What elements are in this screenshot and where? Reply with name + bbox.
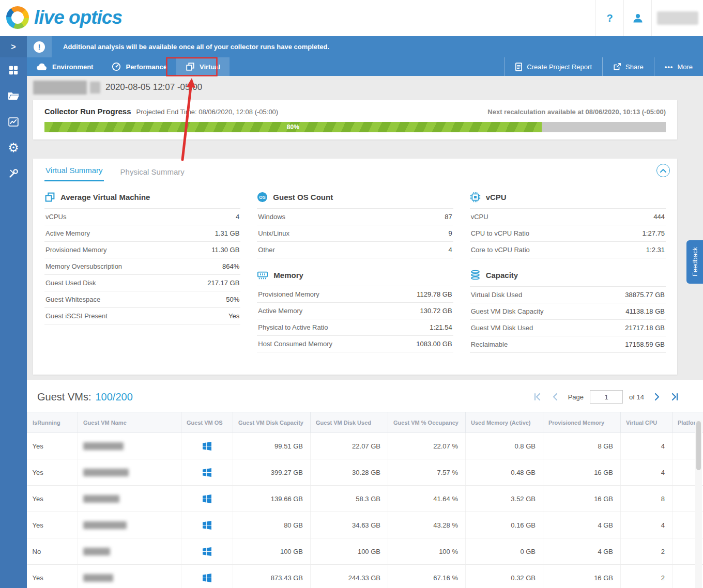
summary-col-guest-os-memory: OS Guest OS Count Windows87Unix/Linux9Ot… <box>257 187 453 353</box>
stat-row: Active Memory130.72 GB <box>257 303 453 319</box>
dashboard-grid-icon <box>8 65 19 75</box>
vm-os-cell <box>181 459 233 486</box>
col-provisioned-memory[interactable]: Provisioned Memory <box>543 412 621 433</box>
used-memory-cell: 0.48 GB <box>466 459 543 486</box>
table-scrollbar[interactable] <box>695 420 702 588</box>
virtual-cpu-cell: 4 <box>621 433 673 459</box>
project-title-row: 2020-08-05 12:07 -05:00 <box>33 78 703 97</box>
more-button[interactable]: ••• More <box>654 57 703 76</box>
scrollbar-thumb[interactable] <box>696 421 701 470</box>
tab-environment[interactable]: Environment <box>27 57 102 76</box>
section-title: Guest OS Count <box>273 193 333 202</box>
stat-row: Core to vCPU Ratio1:2.31 <box>470 242 666 258</box>
first-page-button[interactable] <box>531 391 543 403</box>
nav-actions: Create Project Report Share ••• More <box>504 57 703 76</box>
stat-label: Host Consumed Memory <box>258 340 332 348</box>
virtual-cpu-cell: 2 <box>621 538 673 565</box>
account-button[interactable] <box>623 0 651 36</box>
stat-row: Memory Oversubscription864% <box>44 258 240 275</box>
collapse-summary-button[interactable] <box>656 164 670 177</box>
col-virtual-cpu[interactable]: Virtual CPU <box>621 412 673 433</box>
exclamation-icon: ! <box>34 41 45 53</box>
report-icon <box>515 63 523 71</box>
tab-virtual-summary[interactable]: Virtual Summary <box>44 160 104 181</box>
stat-value: 4 <box>448 246 452 254</box>
live-optics-logo[interactable]: live optics <box>6 6 122 29</box>
col-disk-capacity[interactable]: Guest VM Disk Capacity <box>233 412 311 433</box>
redacted-vm-name <box>83 442 124 450</box>
windows-icon <box>203 574 211 582</box>
guest-vms-title: Guest VMs: <box>37 391 91 403</box>
guest-vms-count[interactable]: 100/200 <box>95 391 132 403</box>
tab-virtual[interactable]: Virtual <box>176 57 230 76</box>
progress-percent-label: 80% <box>287 123 299 131</box>
help-button[interactable]: ? <box>595 0 623 36</box>
guest-vm-row[interactable]: Yes80 GB34.63 GB43.28 %0.16 GB4 GB4 <box>27 512 703 538</box>
virtual-cpu-cell: 4 <box>621 512 673 538</box>
main-nav: Environment Performance Virtual <box>27 57 703 76</box>
col-vm-os[interactable]: Guest VM OS <box>181 412 233 433</box>
prev-page-button[interactable] <box>549 391 562 403</box>
disk-used-cell: 34.63 GB <box>311 512 388 538</box>
feedback-tab[interactable]: Feedback <box>686 240 703 284</box>
section-head-guest-os: OS Guest OS Count <box>257 187 453 209</box>
action-label: Share <box>625 63 644 71</box>
page-of-label: of 14 <box>629 393 644 401</box>
guest-vm-row[interactable]: No100 GB100 GB100 %0 GB4 GB2 <box>27 538 703 565</box>
chevron-right-icon <box>652 392 661 401</box>
action-label: More <box>677 63 693 71</box>
help-icon: ? <box>606 12 613 24</box>
stat-row: vCPUs4 <box>44 209 240 225</box>
section-head-capacity: Capacity <box>470 265 666 287</box>
col-occupancy[interactable]: Guest VM % Occupancy <box>388 412 466 433</box>
stat-value: 130.72 GB <box>420 307 452 315</box>
share-button[interactable]: Share <box>602 57 654 76</box>
guest-vm-row[interactable]: Yes99.51 GB22.07 GB22.07 %0.8 GB8 GB4 <box>27 433 703 459</box>
disk-capacity-cell: 99.51 GB <box>233 433 311 459</box>
tab-physical-summary[interactable]: Physical Summary <box>119 161 186 181</box>
collector-progress-fill: 80% <box>44 122 542 132</box>
section-head-vcpu: vCPU <box>470 187 666 209</box>
stat-row: Host Consumed Memory1083.00 GB <box>257 336 453 352</box>
sidebar-item-projects[interactable] <box>0 83 27 109</box>
disk-capacity-cell: 399.27 GB <box>233 459 311 486</box>
stat-label: Provisioned Memory <box>258 290 319 298</box>
isrunning-cell: Yes <box>27 459 78 486</box>
col-used-memory[interactable]: Used Memory (Active) <box>466 412 543 433</box>
projects-folder-icon <box>8 91 19 101</box>
stat-label: Active Memory <box>258 307 302 315</box>
guest-vm-row[interactable]: Yes139.66 GB58.3 GB41.64 %3.52 GB16 GB8 <box>27 486 703 512</box>
summary-tabs: Virtual Summary Physical Summary <box>33 159 677 181</box>
section-title: Capacity <box>486 271 518 280</box>
stat-label: Reclaimable <box>471 341 508 348</box>
col-isrunning[interactable]: IsRunning <box>27 412 78 433</box>
col-disk-used[interactable]: Guest VM Disk Used <box>311 412 388 433</box>
stat-value: 1129.78 GB <box>417 290 452 298</box>
main-content: 2020-08-05 12:07 -05:00 Collector Run Pr… <box>27 76 703 588</box>
stat-value: 9 <box>448 229 452 237</box>
col-vm-name[interactable]: Guest VM Name <box>78 412 181 433</box>
account-name-area[interactable] <box>651 0 703 36</box>
stat-value: 50% <box>226 296 239 303</box>
svg-text:OS: OS <box>259 195 266 200</box>
isrunning-cell: Yes <box>27 486 78 512</box>
create-project-report-button[interactable]: Create Project Report <box>504 57 602 76</box>
header-right: ? <box>595 0 703 36</box>
last-page-button[interactable] <box>669 391 681 403</box>
guest-vm-row[interactable]: Yes873.43 GB244.33 GB67.16 %0.32 GB16 GB… <box>27 565 703 588</box>
stat-label: Guest VM Disk Used <box>471 324 533 332</box>
guest-os-icon: OS <box>257 192 268 203</box>
sidebar-item-settings[interactable]: ⚙ <box>0 135 27 161</box>
sidebar-item-admin-tools[interactable] <box>0 161 27 187</box>
vm-name-cell <box>78 459 181 486</box>
guest-vm-row[interactable]: Yes399.27 GB30.28 GB7.57 %0.48 GB16 GB4 <box>27 459 703 486</box>
vm-name-cell <box>78 433 181 459</box>
sidebar-expand-button[interactable]: > <box>0 36 27 57</box>
page-number-input[interactable] <box>590 390 623 404</box>
next-page-button[interactable] <box>650 391 663 403</box>
vm-os-cell <box>181 538 233 565</box>
sidebar-item-performance[interactable] <box>0 109 27 135</box>
sidebar-item-dashboard[interactable] <box>0 57 27 83</box>
summary-col-average-vm: Average Virtual Machine vCPUs4Active Mem… <box>44 187 240 353</box>
tab-performance[interactable]: Performance <box>102 57 176 76</box>
